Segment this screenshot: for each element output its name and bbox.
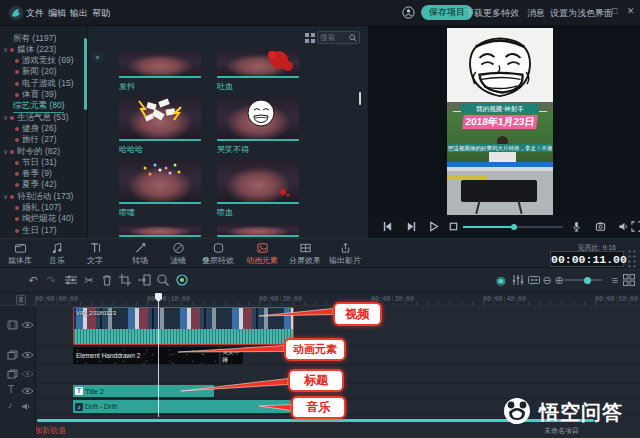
empty-track-visibility-icon[interactable] [21,370,34,378]
library-thumbnail-shake[interactable] [119,50,201,78]
toolbar-item-label: 输出影片 [329,255,361,266]
sidebar-item-label: 节日 (31) [22,157,56,169]
fullscreen-icon[interactable] [631,221,640,232]
wukong-logo-icon [502,396,532,426]
library-thumbnail-partial[interactable] [119,224,201,237]
timeline-zoom-slider[interactable] [564,279,602,281]
maximize-button[interactable]: □ [612,6,617,16]
snapshot-icon[interactable] [595,221,606,232]
split-scissors-icon[interactable]: ✂ [82,273,96,287]
menu-export[interactable]: 输出 [70,7,88,20]
toolbar-item-filter[interactable]: 滤镜 [170,242,186,266]
music-track-mute-icon[interactable] [21,402,32,411]
sidebar-item[interactable]: ∨时令的 (82) [3,146,60,157]
undo-icon[interactable]: ↶ [26,273,40,287]
sidebar-item[interactable]: 游戏竞技 (69) [15,56,73,67]
library-thumbnail-meme[interactable] [217,97,299,141]
stop-button[interactable] [448,221,459,232]
sidebar-scrollbar[interactable] [84,38,87,110]
sidebar-item[interactable]: ∨媒体 (223) [3,44,56,55]
timeline-ruler[interactable]: 00:00:00:0000:00:10:0000:00:20:0000:00:3… [0,293,640,306]
collapse-panel-icon[interactable]: « [92,53,103,62]
track-list-icon[interactable]: ≡ [608,273,622,287]
menu-edit[interactable]: 编辑 [48,7,66,20]
chevron-down-icon[interactable]: ∨ [3,193,8,201]
toolbar-item-music[interactable]: 音乐 [49,242,65,266]
playhead[interactable] [158,293,159,417]
title-clip[interactable]: T Title 2 [73,385,214,397]
bullet-icon [10,195,14,199]
element-track-visibility-icon[interactable] [21,351,34,359]
microphone-icon[interactable] [571,221,582,232]
snap-icon[interactable]: 8 [16,295,26,305]
toolbar-item-overlay[interactable]: 叠层特效 [202,242,234,266]
toolbar-item-split[interactable]: 分屏效果 [289,242,321,266]
next-frame-button[interactable] [406,221,417,232]
sidebar-item[interactable]: 绚烂烟花 (40) [15,214,73,225]
detach-audio-icon[interactable] [137,273,151,287]
sidebar-item[interactable]: 健身 (26) [15,123,56,134]
sidebar-item[interactable]: 新闻 (20) [15,67,56,78]
fit-timeline-icon[interactable] [527,273,541,287]
library-thumbnail-blood2[interactable] [217,160,299,204]
close-button[interactable]: ✕ [627,6,635,16]
toolbar-item-transition[interactable]: 转场 [132,242,148,266]
library-thumbnail-confetti[interactable] [119,160,201,204]
chevron-down-icon[interactable]: ∨ [3,114,8,122]
sidebar-item[interactable]: 婚礼 (107) [15,203,61,214]
video-title-banner: 我的视频·神射手 [461,104,539,113]
render-preview-icon[interactable] [156,273,170,287]
grid-view-icon[interactable] [305,33,315,43]
sidebar-item[interactable]: 旅行 (27) [15,135,56,146]
music-clip-name: Drift - Drift [85,403,117,410]
volume-icon[interactable] [618,221,629,232]
toolbar-item-text[interactable]: 文字 [87,242,103,266]
audio-mixer-icon[interactable] [511,273,525,287]
sidebar-item[interactable]: 生日 (17) [15,225,56,236]
chevron-down-icon[interactable]: ∨ [3,148,8,156]
sidebar-item[interactable]: 节日 (31) [15,157,56,168]
thumbnail-view-icon[interactable] [622,273,636,287]
music-clip[interactable]: ♪ Drift - Drift [73,400,291,413]
library-thumbnail-blood[interactable] [217,50,299,78]
messages-button[interactable]: 消息 [527,7,545,20]
sidebar-item[interactable]: ∨特别活动 (173) [3,191,73,202]
menu-help[interactable]: 帮助 [92,7,110,20]
sidebar-item[interactable]: 春季 (9) [15,169,52,180]
search-icon[interactable] [349,34,357,42]
track-manager-icon[interactable] [64,273,78,287]
panel-grip-handle[interactable] [627,249,637,269]
play-button[interactable] [428,221,439,232]
search-input[interactable] [320,32,350,43]
record-icon[interactable]: ◉ [494,273,508,287]
sidebar-item[interactable]: 夏季 (42) [15,180,56,191]
menu-file[interactable]: 文件 [26,7,44,20]
prev-frame-button[interactable] [382,221,393,232]
marker-icon[interactable] [175,273,189,287]
element-clip[interactable]: Element Handdrawn 2 [73,347,219,364]
toolbar-item-elements[interactable]: 动画元素 [246,242,278,266]
title-track-visibility-icon[interactable] [21,387,34,395]
element-clip-small[interactable]: 哭笑不得 [221,347,243,364]
library-scrollbar[interactable] [359,92,361,105]
sidebar-item[interactable]: 电子游戏 (15) [15,78,73,89]
redo-icon[interactable]: ↷ [44,273,58,287]
preview-video[interactable]: 我的视频·神射手 2018年1月23日 照这视频做的好莱坞大片特效，拿走！不谢！ [447,28,553,215]
sidebar-item[interactable]: ∨生活气息 (53) [3,112,69,123]
library-thumbnail-paper[interactable] [119,97,201,141]
library-thumbnail-partial[interactable] [217,224,299,237]
video-clip[interactable]: VID_20180123 [73,307,294,345]
toolbar-item-export[interactable]: 输出影片 [329,242,361,266]
toolbar-item-media[interactable]: 媒体库 [8,242,32,266]
account-icon[interactable] [402,6,415,19]
minimize-button[interactable]: — [596,6,605,16]
delete-icon[interactable] [100,273,114,287]
sidebar-item[interactable]: 所有 (1197) [13,33,56,44]
sidebar-item[interactable]: 综艺元素 (80) [13,101,64,112]
seek-slider[interactable] [463,226,563,228]
bullet-icon [15,217,19,221]
video-track-visibility-icon[interactable] [21,321,34,329]
crop-icon[interactable] [118,273,132,287]
download-effects-button[interactable]: 下载更多特效 [465,7,519,20]
chevron-down-icon[interactable]: ∨ [3,46,8,54]
